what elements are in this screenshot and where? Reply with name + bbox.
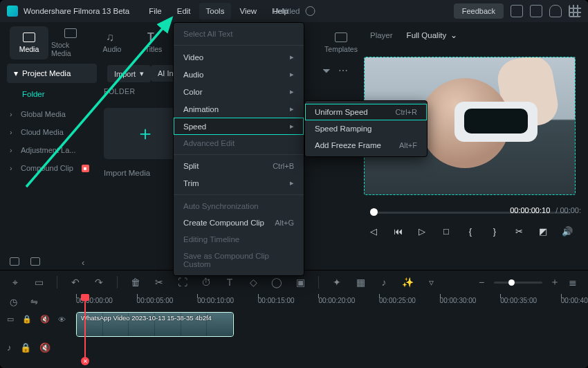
new-badge: ■ (82, 165, 89, 172)
cut-button[interactable]: ✂ (512, 224, 526, 238)
redo-button[interactable]: ↷ (93, 277, 104, 288)
apps-icon[interactable] (569, 5, 581, 17)
menu-item-speed-ramping[interactable]: Speed Ramping (305, 120, 427, 137)
menu-separator (174, 154, 304, 155)
zoom-in-button[interactable]: ＋ (549, 277, 560, 288)
menu-item-trim[interactable]: Trim▸ (174, 174, 304, 192)
tab-templates[interactable]: Templates (322, 26, 360, 59)
tab-stock[interactable]: Stock Media (51, 26, 90, 59)
text-tool-icon[interactable]: T (224, 277, 235, 288)
scrub-thumb[interactable] (370, 208, 378, 216)
menu-item-animation[interactable]: Animation▸ (174, 100, 304, 118)
timecode: 00:00:00:10 / 00:00: (510, 206, 581, 214)
app-title: Wondershare Filmora 13 Beta (24, 7, 129, 15)
tab-audio[interactable]: ♫Audio (93, 26, 131, 59)
menu-edit[interactable]: Edit (170, 3, 198, 19)
speed-tool-icon[interactable]: ⏱ (201, 277, 212, 288)
import-dropdown[interactable]: Import▾ (107, 65, 151, 82)
quality-dropdown[interactable]: Full Quality⌄ (407, 30, 458, 40)
submenu-arrow-icon: ▸ (290, 122, 294, 131)
track-image-icon[interactable]: ▭ (7, 315, 14, 324)
track-visible-icon[interactable]: 👁 (58, 315, 66, 324)
menu-item-color[interactable]: Color▸ (174, 83, 304, 100)
audio-icon[interactable]: ♪ (378, 277, 389, 288)
markers-icon[interactable]: ▿ (425, 277, 437, 288)
stop-button[interactable]: □ (439, 224, 453, 238)
track-mute-icon[interactable]: 🔇 (40, 315, 50, 324)
sidebar-item-adjustment[interactable]: Adjustment La... (7, 141, 97, 159)
sidebar-item-cloud[interactable]: Cloud Media (7, 123, 97, 141)
shortcut-label: Ctrl+R (396, 108, 417, 116)
audio-mute-icon[interactable]: 🔇 (39, 342, 50, 353)
menu-item-audio[interactable]: Audio▸ (174, 66, 304, 83)
zoom-slider[interactable] (494, 282, 542, 284)
menu-tools[interactable]: Tools (199, 3, 232, 19)
audio-track-icon[interactable]: ♪ (7, 342, 12, 353)
feedback-button[interactable]: Feedback (454, 3, 504, 19)
effects-icon[interactable]: ✦ (331, 277, 342, 288)
render-icon[interactable]: ▦ (355, 277, 366, 288)
keyframe-tool-icon[interactable]: ◇ (248, 277, 259, 288)
clip-label: WhatsApp Video 2023-10-13 15-38-35 4b2f4 (81, 314, 212, 322)
filter-icon[interactable]: ⏷ (322, 65, 331, 76)
more-icon[interactable]: ⋯ (338, 65, 348, 76)
pointer-tool-icon[interactable]: ⌖ (10, 277, 21, 288)
menu-item-speed[interactable]: Speed▸ (174, 118, 304, 135)
timeline-playhead[interactable] (84, 294, 86, 365)
track-lock-icon[interactable]: 🔒 (22, 315, 32, 324)
ai-icon[interactable]: ✨ (402, 277, 413, 288)
tab-titles[interactable]: TTitles (134, 26, 173, 59)
menu-item-video[interactable]: Video▸ (174, 48, 304, 66)
crop-tool-icon[interactable]: ⛶ (177, 277, 188, 288)
timeline-clip[interactable]: WhatsApp Video 2023-10-13 15-38-35 4b2f4 (76, 312, 234, 337)
delete-button[interactable]: 🗑 (130, 277, 141, 288)
timeline-clock-icon[interactable]: ◷ (10, 297, 21, 308)
menu-item-freeze-frame[interactable]: Add Freeze FrameAlt+F (305, 137, 427, 154)
menu-view[interactable]: View (232, 3, 264, 19)
top-bar: Wondershare Filmora 13 Beta File Edit To… (0, 0, 588, 22)
sidebar-item-project-media[interactable]: ▾Project Media (7, 64, 97, 83)
collapse-icon[interactable]: ‹ (82, 257, 84, 268)
time-ruler[interactable]: 00:00:00:00 00:00:05:00 00:00:10:00 00:0… (76, 294, 581, 309)
chevron-down-icon: ⌄ (450, 30, 457, 40)
options-icon[interactable]: ≣ (567, 277, 578, 288)
timeline-link-icon[interactable]: ⇋ (30, 297, 42, 308)
sync-icon[interactable] (306, 6, 315, 16)
doc-title: Untitled (273, 7, 300, 15)
color-tool-icon[interactable]: ◯ (271, 277, 282, 288)
sidebar-item-global[interactable]: Global Media (7, 105, 97, 123)
split-tool-icon[interactable]: ✂ (154, 277, 165, 288)
menu-file[interactable]: File (142, 3, 169, 19)
save-icon[interactable] (530, 5, 542, 17)
new-bin-icon[interactable] (30, 257, 40, 266)
sidebar-item-label: Global Media (21, 110, 66, 118)
mark-in-button[interactable]: { (463, 224, 477, 238)
volume-button[interactable]: 🔊 (560, 224, 574, 238)
zoom-out-button[interactable]: − (476, 277, 487, 288)
mark-out-button[interactable]: } (488, 224, 502, 238)
top-right: Feedback (454, 3, 581, 19)
step-back-button[interactable]: ⏮ (391, 224, 405, 238)
sidebar-item-label: Compound Clip (21, 164, 73, 172)
submenu-arrow-icon: ▸ (290, 53, 294, 62)
select-tool-icon[interactable]: ▭ (33, 277, 44, 288)
tab-media[interactable]: Media (10, 26, 48, 59)
play-button[interactable]: ▷ (415, 224, 429, 238)
menu-separator (174, 45, 304, 46)
undo-button[interactable]: ↶ (70, 277, 81, 288)
sidebar-item-compound[interactable]: Compound Clip■ (7, 159, 97, 177)
prev-frame-button[interactable]: ◁ (367, 224, 380, 238)
menu-item-uniform-speed[interactable]: Uniform SpeedCtrl+R (305, 104, 427, 120)
snapshot-button[interactable]: ◩ (536, 224, 550, 238)
menu-item-create-compound[interactable]: Create Compound ClipAlt+G (174, 214, 304, 231)
timeline-zoom: − ＋ ≣ (476, 277, 578, 288)
sidebar-item-folder[interactable]: Folder (7, 83, 97, 105)
menu-item-split[interactable]: SplitCtrl+B (174, 158, 304, 174)
new-folder-icon[interactable] (10, 257, 19, 266)
menu-item-autosync: Auto Synchronization (174, 198, 304, 214)
monitor-icon[interactable] (511, 5, 523, 17)
mask-tool-icon[interactable]: ▣ (295, 277, 306, 288)
app-logo-icon (7, 6, 18, 17)
cloud-upload-icon[interactable] (549, 5, 562, 17)
audio-lock-icon[interactable]: 🔒 (20, 342, 31, 353)
